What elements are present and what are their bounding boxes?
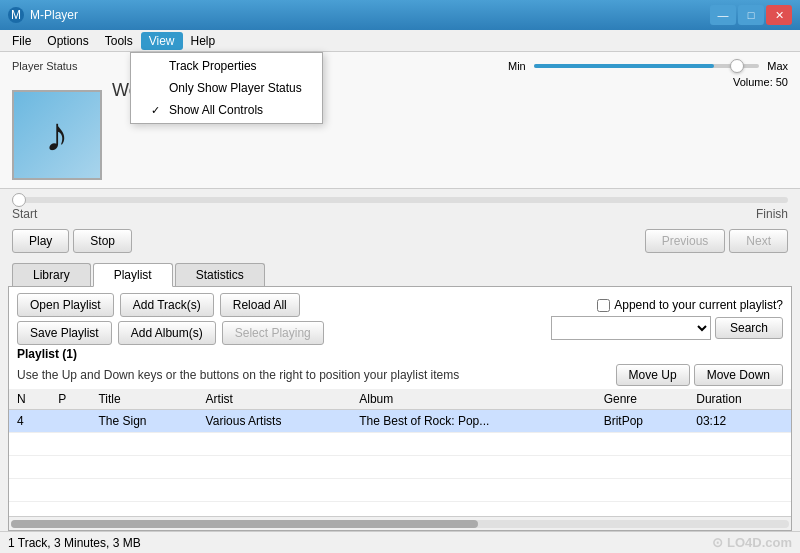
progress-area: Start Finish [0,189,800,225]
col-p: P [50,389,90,410]
previous-button[interactable]: Previous [645,229,726,253]
progress-start: Start [12,207,37,221]
search-dropdown[interactable] [551,316,711,340]
cell-n: 4 [9,410,50,433]
album-art: ♪ [12,90,102,180]
stop-button[interactable]: Stop [73,229,132,253]
move-down-button[interactable]: Move Down [694,364,783,386]
menu-help[interactable]: Help [183,32,224,50]
dropdown-show-all-controls[interactable]: ✓ Show All Controls [131,99,322,121]
volume-min-label: Min [508,60,526,72]
tabs-container: Library Playlist Statistics [0,257,800,286]
tab-library[interactable]: Library [12,263,91,286]
search-button[interactable]: Search [715,317,783,339]
status-text: 1 Track, 3 Minutes, 3 MB [8,536,141,550]
close-button[interactable]: ✕ [766,5,792,25]
music-note-icon: ♪ [45,111,69,159]
view-dropdown: Track Properties Only Show Player Status… [130,52,323,124]
cell-album: The Best of Rock: Pop... [351,410,595,433]
window-controls: — □ ✕ [710,5,792,25]
dropdown-only-player-status[interactable]: Only Show Player Status [131,77,322,99]
progress-finish: Finish [756,207,788,221]
tab-statistics[interactable]: Statistics [175,263,265,286]
cell-artist: Various Artists [198,410,352,433]
main-content: Player Status ♪ Welcome to M-Player! Min… [0,52,800,553]
add-album-button[interactable]: Add Album(s) [118,321,216,345]
app-icon-letter: M [11,8,21,22]
check-show-all: ✓ [151,104,163,117]
volume-area: Min Max Volume: 50 [508,60,788,88]
menu-view[interactable]: View [141,32,183,50]
table-row-empty [9,502,791,517]
cell-genre: BritPop [596,410,689,433]
title-bar: M M-Player — □ ✕ [0,0,800,30]
player-area: Player Status ♪ Welcome to M-Player! Min… [0,52,800,189]
window-title: M-Player [30,8,78,22]
move-buttons: Move Up Move Down [616,364,783,386]
play-button[interactable]: Play [12,229,69,253]
minimize-button[interactable]: — [710,5,736,25]
next-button[interactable]: Next [729,229,788,253]
cell-p [50,410,90,433]
volume-value: Volume: 50 [733,76,788,88]
col-duration: Duration [688,389,791,410]
reload-all-button[interactable]: Reload All [220,293,300,317]
menu-bar: File Options Tools View Help Track Prope… [0,30,800,52]
menu-file[interactable]: File [4,32,39,50]
col-album: Album [351,389,595,410]
open-playlist-button[interactable]: Open Playlist [17,293,114,317]
controls-left: Play Stop [12,229,132,253]
app-icon: M [8,7,24,23]
dropdown-track-properties[interactable]: Track Properties [131,55,322,77]
playlist-info: Playlist (1) [9,345,791,363]
tab-playlist[interactable]: Playlist [93,263,173,287]
controls-row: Play Stop Previous Next [0,225,800,257]
maximize-button[interactable]: □ [738,5,764,25]
table-row-empty [9,479,791,502]
table-row-empty [9,433,791,456]
menu-tools[interactable]: Tools [97,32,141,50]
playlist-hint: Use the Up and Down keys or the buttons … [9,363,791,389]
volume-max-label: Max [767,60,788,72]
volume-slider[interactable] [534,64,759,68]
move-up-button[interactable]: Move Up [616,364,690,386]
progress-bar[interactable] [12,197,788,203]
horizontal-scrollbar[interactable] [9,516,791,530]
cell-duration: 03:12 [688,410,791,433]
player-status-label: Player Status [12,60,102,72]
controls-right: Previous Next [645,229,788,253]
menu-options[interactable]: Options [39,32,96,50]
playlist-table[interactable]: N P Title Artist Album Genre Duration 4T… [9,389,791,516]
append-label: Append to your current playlist? [614,298,783,312]
append-row: Append to your current playlist? Search [551,298,783,340]
col-n: N [9,389,50,410]
add-track-button[interactable]: Add Track(s) [120,293,214,317]
append-checkbox[interactable] [597,299,610,312]
table-row-empty [9,456,791,479]
col-artist: Artist [198,389,352,410]
col-title: Title [90,389,197,410]
watermark: ⊙ LO4D.com [712,535,792,550]
status-bar: 1 Track, 3 Minutes, 3 MB ⊙ LO4D.com [0,531,800,553]
select-playing-button[interactable]: Select Playing [222,321,324,345]
col-genre: Genre [596,389,689,410]
playlist-panel: Open Playlist Add Track(s) Reload All Sa… [8,286,792,531]
cell-title: The Sign [90,410,197,433]
table-row[interactable]: 4The SignVarious ArtistsThe Best of Rock… [9,410,791,433]
save-playlist-button[interactable]: Save Playlist [17,321,112,345]
